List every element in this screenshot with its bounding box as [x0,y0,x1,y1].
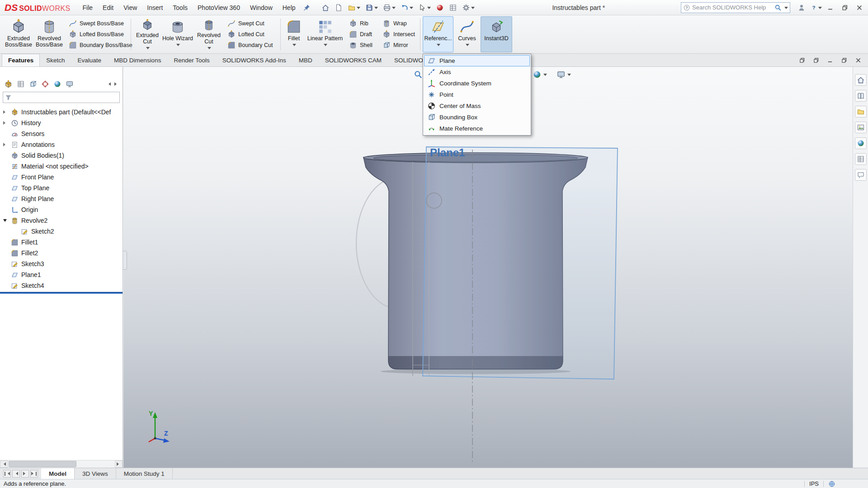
appearances-scenes-button[interactable] [855,137,867,149]
menu-item-coordinate-system[interactable]: Coordinate System [424,78,530,89]
menu-item-bounding-box[interactable]: Bounding Box [424,112,530,123]
pane-back-button[interactable] [106,79,112,89]
taskpane-home-button[interactable] [855,74,867,86]
wrap-button[interactable]: Wrap [381,19,416,28]
menu-insert[interactable]: Insert [142,0,168,15]
swept-boss-base-button[interactable]: Swept Boss/Base [67,19,127,28]
search-scope-caret[interactable] [784,7,788,11]
curves-caret[interactable] [466,44,469,48]
lofted-cut-button[interactable]: Lofted Cut [226,29,276,39]
sidebar-item-part[interactable]: Instructables part (Default<<Def [0,107,123,117]
configurationmanager-tab[interactable] [28,79,38,89]
forum-button[interactable] [855,169,867,181]
design-library-button[interactable] [855,90,867,102]
open-dropdown-caret[interactable] [357,7,360,11]
intersect-button[interactable]: Intersect [381,29,416,39]
extruded-boss-base-button[interactable]: Extruded Boss/Base [4,16,33,52]
displaymanager-tab[interactable] [52,79,62,89]
menu-edit[interactable]: Edit [98,0,118,15]
collapse-arrow-icon[interactable] [3,219,7,224]
scroll-right-button[interactable] [115,460,123,468]
tab-solidworks-addins[interactable]: SOLIDWORKS Add-Ins [216,54,292,66]
menu-item-center-of-mass[interactable]: Center of Mass [424,100,530,112]
menu-item-axis[interactable]: Axis [424,66,530,78]
extruded-cut-caret[interactable] [146,47,150,51]
linear-pattern-button[interactable]: Linear Pattern [305,16,345,52]
fillet-button[interactable]: Fillet [283,16,305,52]
file-explorer-button[interactable] [855,106,867,117]
boundary-boss-base-button[interactable]: Boundary Boss/Base [67,40,127,50]
select-button[interactable] [416,1,433,14]
sidebar-item-fillet1[interactable]: Fillet1 [0,237,123,248]
new-document-button[interactable] [333,1,344,14]
sidebar-item-front-plane[interactable]: Front Plane [0,172,123,183]
tab-mbd-dimensions[interactable]: MBD Dimensions [108,54,167,66]
help-dropdown-caret[interactable] [818,7,822,11]
minimize-document-icon[interactable] [825,56,835,65]
expand-arrow-icon[interactable] [3,143,7,146]
search-icon[interactable] [774,4,782,11]
display-settings-button[interactable] [557,70,571,79]
mirror-button[interactable]: Mirror [381,40,416,50]
menu-photoview360[interactable]: PhotoView 360 [193,0,245,15]
login-button[interactable] [795,1,808,14]
tab-render-tools[interactable]: Render Tools [167,54,216,66]
tab-3d-views[interactable]: 3D Views [75,468,116,479]
reference-geometry-button[interactable]: Referenc... Plane Axis Coordinate System… [423,16,453,52]
scroll-left-button[interactable] [0,460,8,468]
extruded-cut-button[interactable]: Extruded Cut [133,16,161,52]
sidebar-item-right-plane[interactable]: Right Plane [0,193,123,204]
print-button[interactable] [381,1,397,14]
fillet-caret[interactable] [292,44,296,48]
menu-item-mate-reference[interactable]: Mate Reference [424,123,530,134]
tab-model[interactable]: Model [41,468,75,479]
magnifier-tool-button[interactable] [414,70,423,79]
options-button[interactable] [460,1,476,14]
menu-window[interactable]: Window [245,0,278,15]
revolved-boss-base-button[interactable]: Revolved Boss/Base [33,16,65,52]
tree-horizontal-scrollbar[interactable] [0,460,123,468]
sidebar-item-sketch3[interactable]: Sketch3 [0,258,123,269]
sidebar-item-history[interactable]: History [0,117,123,128]
print-dropdown-caret[interactable] [392,7,396,11]
last-tab-button[interactable] [30,470,38,478]
hole-wizard-button[interactable]: Hole Wizard [161,16,194,52]
linear-pattern-caret[interactable] [324,44,327,48]
undo-dropdown-caret[interactable] [410,7,413,11]
sidebar-item-sketch2[interactable]: Sketch2 [0,226,123,237]
sidebar-item-sketch4[interactable]: Sketch4 [0,280,123,291]
reference-geometry-caret[interactable] [437,44,440,48]
sidebar-item-fillet2[interactable]: Fillet2 [0,248,123,258]
plane1-label[interactable]: Plane1 [430,146,465,159]
pane-options-button[interactable] [65,79,75,89]
tab-motion-study-1[interactable]: Motion Study 1 [116,468,173,479]
status-units[interactable]: IPS [809,480,819,487]
revolved-cut-caret[interactable] [208,47,211,51]
sidebar-item-origin[interactable]: Origin [0,204,123,215]
expand-arrow-icon[interactable] [3,121,7,125]
expand-arrow-icon[interactable] [3,110,7,114]
sidebar-item-top-plane[interactable]: Top Plane [0,183,123,193]
help-search-box[interactable] [681,2,790,13]
custom-properties-button[interactable] [855,153,867,165]
sidebar-item-solid-bodies[interactable]: Solid Bodies(1) [0,150,123,161]
revolved-cut-button[interactable]: Revolved Cut [194,16,224,52]
first-tab-button[interactable] [3,470,11,478]
tab-evaluate[interactable]: Evaluate [71,54,108,66]
edit-appearance-button[interactable] [533,70,547,79]
sidebar-item-material[interactable]: Material <not specified> [0,161,123,172]
minimize-window-button[interactable] [824,1,837,14]
shell-button[interactable]: Shell [347,40,377,50]
close-document-icon[interactable] [853,56,863,65]
appearance-dropdown-caret[interactable] [543,74,547,78]
menu-view[interactable]: View [118,0,142,15]
restore-document-icon[interactable] [839,56,849,65]
featuremanager-tree-tab[interactable] [3,79,14,89]
panel-splitter-handle[interactable] [123,251,127,270]
scrollbar-thumb[interactable] [9,461,76,467]
tree-filter[interactable] [3,92,120,103]
pane-forward-button[interactable] [113,79,119,89]
sidebar-item-revolve2[interactable]: Revolve2 [0,215,123,226]
lofted-boss-base-button[interactable]: Lofted Boss/Base [67,29,127,39]
options-dropdown-caret[interactable] [471,7,475,11]
